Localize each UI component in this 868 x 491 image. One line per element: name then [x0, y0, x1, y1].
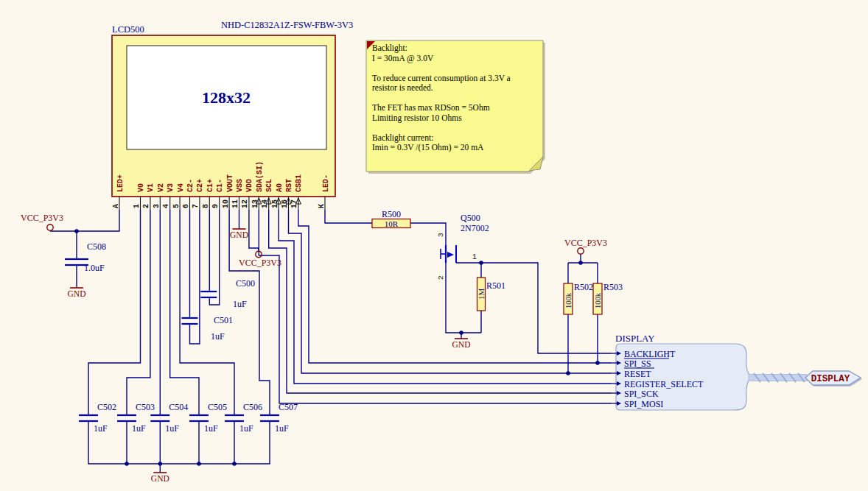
pin-number-10: 10 [222, 199, 230, 208]
pin-number-2: 2 [142, 204, 150, 208]
harness-signal-0[interactable]: BACKLIGHT [624, 349, 676, 359]
refdes-C506[interactable]: C506 [243, 402, 262, 412]
refdes-C500[interactable]: C500 [236, 278, 255, 289]
pin-name-3: V2 [157, 183, 165, 192]
q500-pin-drain: 3 [437, 233, 445, 237]
junction-dot [566, 371, 570, 375]
pin-name-9: C1- [216, 179, 224, 192]
refdes-LCD500[interactable]: LCD500 [112, 24, 144, 35]
harness-title: DISPLAY [615, 333, 655, 344]
note-line-10: Imin = 0.3V /(15 Ohm) = 20 mA [372, 143, 484, 152]
pin-number-1: 1 [133, 204, 141, 208]
pin-name-2: V1 [147, 183, 155, 192]
value-C508: 1.0uF [84, 263, 105, 273]
refdes-R503[interactable]: R503 [603, 282, 623, 292]
pin-name-10: VOUT [226, 174, 234, 192]
value-R503: 100k [594, 292, 602, 308]
value-R500: 10R [385, 219, 399, 228]
value-C505: 1uF [204, 423, 218, 434]
junction-dot [74, 229, 79, 233]
junction-dot [232, 462, 237, 466]
pin-number-6: 6 [182, 204, 190, 208]
value-C502: 1uF [94, 423, 108, 434]
refdes-R501[interactable]: R501 [486, 280, 505, 291]
vcc-vdd-label: VCC_P3V3 [239, 258, 281, 268]
pin-name-A: LED+ [116, 174, 125, 192]
refdes-C501[interactable]: C501 [214, 315, 233, 325]
refdes-C504[interactable]: C504 [169, 402, 188, 412]
refdes-C505[interactable]: C505 [208, 402, 227, 412]
note-line-6: The FET has max RDSon = 5Ohm [372, 103, 490, 112]
refdes-Q500[interactable]: Q500 [461, 213, 480, 223]
value-C507: 1uF [275, 423, 289, 434]
refdes-C507[interactable]: C507 [279, 402, 298, 412]
pin-name-6: C2- [186, 179, 195, 192]
pin-name-1: V0 [137, 183, 145, 192]
pin-name-7: C2+ [196, 179, 204, 192]
note-line-3: To reduce current consumption at 3.3V a [372, 74, 511, 83]
pin-name-13: SDA(SI) [256, 161, 264, 192]
pin-name-5: V4 [177, 183, 185, 192]
value-R502: 100k [564, 292, 573, 308]
pin-number-11: 11 [231, 199, 239, 208]
gnd-vss-label: GND [230, 230, 248, 239]
gnd-rail-label: GND [151, 474, 169, 483]
harness-signal-4[interactable]: SPI_SCK [624, 389, 659, 399]
pin-number-9: 9 [211, 204, 220, 208]
pin-number-7: 7 [192, 204, 200, 208]
schematic-canvas: DISPLAYDISPLAYBACKLIGHTSPI_SSRESETREGIST… [0, 0, 868, 491]
pin-number-8: 8 [202, 204, 210, 208]
q500-pin-source: 2 [437, 275, 445, 280]
harness-signal-2[interactable]: RESET [624, 369, 651, 379]
harness-signal-5[interactable]: SPI_MOSI [624, 399, 663, 409]
note-line-7: Limiting resistor 10 Ohms [372, 113, 462, 123]
pin-number-5: 5 [172, 204, 181, 208]
refdes-C502[interactable]: C502 [97, 402, 116, 412]
junction-dot [578, 261, 583, 265]
pin-name-8: C1+ [206, 179, 214, 192]
note-line-9: Backlight current: [372, 133, 433, 143]
pin-name-11: VSS [236, 179, 244, 192]
pin-name-16: RST [285, 179, 293, 192]
lcd-screen-text: 128x32 [202, 88, 251, 107]
schematic-sheet: DISPLAYDISPLAYBACKLIGHTSPI_SSRESETREGIST… [0, 0, 868, 491]
pin-name-15: A0 [276, 183, 284, 192]
pin-name-14: SCL [265, 179, 273, 192]
refdes-R502[interactable]: R502 [574, 282, 593, 292]
junction-dot [158, 462, 163, 466]
pin-name-4: V3 [167, 183, 175, 192]
junction-dot [197, 462, 201, 466]
harness-signal-1[interactable]: SPI_SS [624, 358, 651, 369]
q500-pin-gate: 1 [472, 253, 477, 261]
vcc-pullups-label: VCC_P3V3 [564, 238, 607, 248]
value-C504: 1uF [165, 423, 179, 434]
junction-dot [479, 261, 483, 265]
harness-signal-3[interactable]: REGISTER_SELECT [624, 379, 704, 389]
junction-dot [459, 331, 463, 335]
pin-number-A: A [112, 204, 120, 208]
value-C503: 1uF [132, 423, 146, 434]
note-line-4: resistor is needed. [372, 83, 433, 92]
junction-dot [595, 361, 600, 365]
lcd-part-number: NHD-C12832A1Z-FSW-FBW-3V3 [221, 20, 353, 30]
pin-number-4: 4 [162, 204, 170, 208]
junction-dot [125, 462, 129, 466]
value-C500: 1uF [233, 299, 247, 309]
pin-name-K: LED- [322, 174, 330, 192]
refdes-R500[interactable]: R500 [382, 209, 401, 219]
pin-number-K: K [318, 204, 326, 208]
refdes-C503[interactable]: C503 [136, 402, 155, 412]
pin-name-12: VDD [245, 179, 253, 192]
pin-number-12: 12 [241, 199, 249, 208]
gnd-q500-label: GND [452, 340, 471, 349]
vcc-left-label: VCC_P3V3 [21, 213, 63, 223]
pin-number-3: 3 [153, 204, 161, 208]
display-connector-label[interactable]: DISPLAY [811, 374, 850, 384]
note-line-1: I = 30mA @ 3.0V [372, 54, 434, 63]
note-line-0: Backlight: [372, 43, 407, 53]
value-C506: 1uF [239, 423, 253, 434]
pin-name-17: CSB1 [295, 174, 303, 192]
value-R501: 1M [477, 289, 486, 300]
value-C501: 1uF [211, 331, 225, 342]
refdes-C508[interactable]: C508 [87, 241, 106, 252]
